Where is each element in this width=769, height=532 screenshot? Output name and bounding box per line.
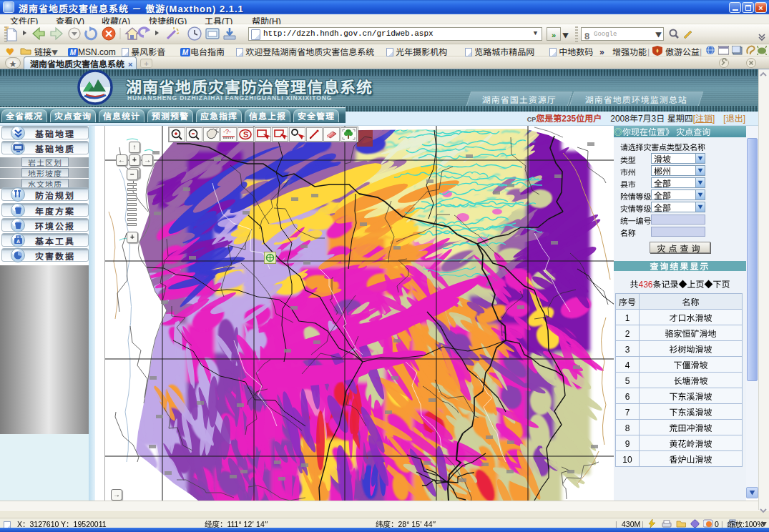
svg-text:A: A: [16, 239, 20, 244]
svg-text:-?-: -?-: [223, 128, 231, 135]
svg-text:S: S: [243, 130, 248, 139]
